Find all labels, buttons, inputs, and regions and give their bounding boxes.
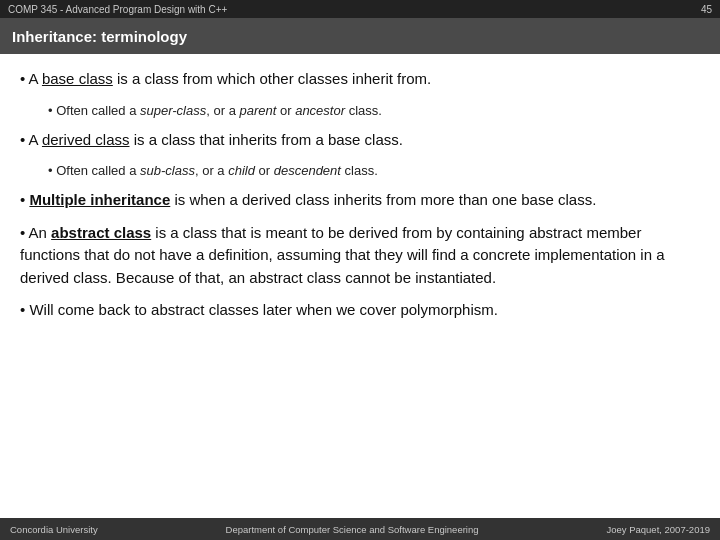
bullet-base-class: • A base class is a class from which oth… bbox=[20, 68, 700, 91]
term-multiple-inheritance: Multiple inheritance bbox=[29, 191, 170, 208]
bullet-derived-class: • A derived class is a class that inheri… bbox=[20, 129, 700, 152]
slide-title: Inheritance: terminology bbox=[12, 28, 187, 45]
term-base-class: base class bbox=[42, 70, 113, 87]
footer-left: Concordia University bbox=[10, 524, 98, 535]
top-bar: COMP 345 - Advanced Program Design with … bbox=[0, 0, 720, 18]
sub-bullet-text-derived-class: Often called a sub-class, or a child or … bbox=[56, 161, 378, 181]
bullet-abstract-class: • An abstract class is a class that is m… bbox=[20, 222, 700, 290]
term-derived-class: derived class bbox=[42, 131, 130, 148]
sub-bullet-base-class: • Often called a super-class, or a paren… bbox=[48, 101, 700, 121]
footer-center: Department of Computer Science and Softw… bbox=[226, 524, 479, 535]
sub-bullet-derived-class: • Often called a sub-class, or a child o… bbox=[48, 161, 700, 181]
bullet-multiple-inheritance: • Multiple inheritance is when a derived… bbox=[20, 189, 700, 212]
term-abstract-class: abstract class bbox=[51, 224, 151, 241]
bullet-text-multiple-inheritance: • Multiple inheritance is when a derived… bbox=[20, 189, 596, 212]
sub-bullet-dot: • bbox=[48, 101, 56, 121]
content-area: • A base class is a class from which oth… bbox=[0, 54, 720, 342]
title-bar: Inheritance: terminology bbox=[0, 18, 720, 54]
bullet-text-polymorphism: • Will come back to abstract classes lat… bbox=[20, 299, 498, 322]
bullet-polymorphism: • Will come back to abstract classes lat… bbox=[20, 299, 700, 322]
bullet-text-abstract-class: • An abstract class is a class that is m… bbox=[20, 222, 700, 290]
footer: Concordia University Department of Compu… bbox=[0, 518, 720, 540]
footer-right: Joey Paquet, 2007-2019 bbox=[606, 524, 710, 535]
sub-bullet-dot2: • bbox=[48, 161, 56, 181]
sub-bullet-text-base-class: Often called a super-class, or a parent … bbox=[56, 101, 382, 121]
course-title: COMP 345 - Advanced Program Design with … bbox=[8, 4, 227, 15]
slide-number: 45 bbox=[701, 4, 712, 15]
bullet-text-derived-class: • A derived class is a class that inheri… bbox=[20, 129, 403, 152]
bullet-text-base-class: • A base class is a class from which oth… bbox=[20, 68, 431, 91]
